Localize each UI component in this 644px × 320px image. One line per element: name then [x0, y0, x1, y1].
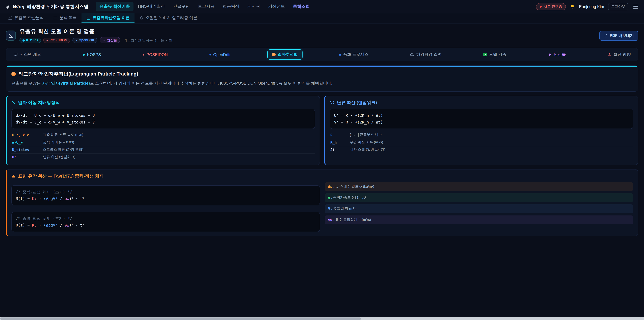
- circle-icon: ●: [76, 39, 77, 42]
- legend-row: Δρ : 유류-해수 밀도차 (kg/m³): [325, 182, 633, 191]
- legend-row: U' 난류 확산 (랜덤워크): [12, 153, 315, 161]
- nav-item-board[interactable]: 게시판: [244, 2, 264, 12]
- fay-gravity-inertial-code: /* 중력-관성 체제 (초기) */ R(t) = K₁ · (ΔρgV² /…: [12, 185, 320, 206]
- model-badge-row: ◆ KOSPS ● POSEIDON ● OpenDrift 앙상블: [20, 37, 172, 43]
- section-pill-particle-tracking[interactable]: 입자추적법: [267, 49, 302, 60]
- bolt-icon: [102, 39, 106, 42]
- tab-oilfence-algorithm-theory[interactable]: 오일펜스 배치 알고리즘 이론: [134, 14, 202, 23]
- section-pill-ensemble[interactable]: 앙상블: [543, 49, 570, 60]
- page-icon: [6, 31, 16, 41]
- diamond-icon: ◆: [22, 39, 25, 42]
- scrollbar-thumb[interactable]: [0, 317, 361, 320]
- system-title: 해양환경 위기대응 통합시스템: [27, 4, 88, 10]
- nav-item-integrated-search[interactable]: 통합조회: [289, 2, 314, 12]
- main-navigation: 유출유 확산예측 HNS·대기확산 긴급구난 보고자료 항공탐색 게시판 기상정…: [96, 2, 314, 12]
- governing-card-title: 입자 이동 지배방정식: [12, 100, 315, 106]
- bolt-icon: [548, 53, 552, 57]
- legend-row: U_stokes 스토크스 표류 (파랑 영향): [12, 146, 315, 153]
- logo-text: Wing: [13, 4, 25, 9]
- legend-row: V : 유출 체적 (m³): [325, 204, 633, 213]
- section-pill-poseidon[interactable]: ● POSEIDON: [138, 50, 172, 59]
- diamond-icon: ◆: [82, 53, 85, 56]
- fay-formula-1: R(t) = K₁ · (ΔρgV² / ρw)¼ · t½: [16, 195, 316, 202]
- equation-cards-row: 입자 이동 지배방정식 dx/dt = U_c + α·U_w + U_stok…: [6, 96, 638, 165]
- fay-gravity-viscous-code: /* 중력-점성 체제 (후기) */ R(t) = K₂ · (ΔρgV² /…: [12, 212, 320, 232]
- fay-legend-column: Δρ : 유류-해수 밀도차 (kg/m³) g : 중력가속도 9.81 m/…: [325, 182, 633, 232]
- lagrangian-section-title: 라그랑지안 입자추적법(Lagrangian Particle Tracking…: [12, 71, 632, 77]
- document-icon: [604, 34, 608, 38]
- legend-row: α·U_w 풍력 기여 (α ≈ 0.03): [12, 139, 315, 146]
- set-square-icon: [12, 100, 16, 105]
- bar-chart-icon: [12, 174, 16, 178]
- wing-logo-icon: [5, 4, 10, 10]
- badge-poseidon: ● POSEIDON: [43, 38, 70, 43]
- set-square-icon: [86, 16, 90, 20]
- notification-bell-icon[interactable]: [570, 4, 575, 9]
- menu-icon[interactable]: [632, 4, 639, 10]
- page-title: 유출유 확산 모델 이론 및 검증: [20, 28, 172, 35]
- top-navigation-bar: Wing 해양환경 위기대응 통합시스템 유출유 확산예측 HNS·대기확산 긴…: [0, 0, 644, 14]
- legend-row: R [-1, 1] 균등분포 난수: [330, 132, 633, 139]
- virtual-particle-highlight: 가상 입자(Virtual Particle): [42, 81, 90, 86]
- brand-logo[interactable]: Wing 해양환경 위기대응 통합시스템: [5, 4, 88, 10]
- circle-icon: ●: [142, 53, 144, 56]
- spiral-icon: [330, 100, 334, 105]
- section-pill-future-direction[interactable]: 발전 방향: [602, 49, 635, 60]
- orange-dot-icon: [12, 72, 16, 76]
- nav-item-weather-info[interactable]: 기상정보: [264, 2, 289, 12]
- incident-status-badge[interactable]: 사고 진행중: [536, 3, 566, 10]
- page-subtitle: 라그랑지안 입자추적 이론 기반: [124, 38, 172, 43]
- fay-formula-column: /* 중력-관성 체제 (초기) */ R(t) = K₁ · (ΔρgV² /…: [12, 182, 320, 232]
- nav-item-hns-atmospheric[interactable]: HNS·대기확산: [134, 2, 169, 12]
- topbar-right-controls: 사고 진행중 Eunjeong Kim 로그아웃: [536, 3, 639, 10]
- section-pill-marine-environment-input[interactable]: 해양환경 입력: [405, 49, 446, 60]
- legend-row: νw : 해수 동점성계수 (m²/s): [325, 215, 633, 224]
- list-icon: [53, 16, 58, 20]
- orange-dot-icon: [272, 53, 276, 56]
- droplet-icon: [139, 16, 144, 20]
- horizontal-scrollbar[interactable]: [0, 317, 644, 320]
- random-walk-code: U' = R · √(2K_h / Δt) V' = R · √(2K_h / …: [330, 109, 633, 129]
- legend-row: g : 중력가속도 9.81 m/s²: [325, 193, 633, 202]
- line-chart-icon: [8, 16, 12, 20]
- legend-row: U_c, V_c 표층 해류·조류 속도 (m/s): [12, 132, 315, 139]
- tab-spill-analysis[interactable]: 유출유 확산분석: [3, 14, 48, 23]
- sub-tab-bar: 유출유 확산분석 분석 목록 유출유확산모델 이론 오일펜스 배치 알고리즘 이…: [0, 14, 644, 24]
- circle-icon: ●: [46, 39, 48, 42]
- section-pill-model-validation[interactable]: 모델 검증: [478, 49, 511, 60]
- section-pill-kosps[interactable]: ◆ KOSPS: [78, 50, 106, 59]
- badge-kosps: ◆ KOSPS: [20, 38, 41, 43]
- square-icon: ■: [339, 53, 341, 56]
- badge-opendrift: ● OpenDrift: [72, 38, 97, 43]
- section-pill-opendrift[interactable]: ● OpenDrift: [204, 50, 235, 59]
- lagrangian-description: 유출유를 수많은 가상 입자(Virtual Particle)로 표현하여, …: [12, 80, 632, 86]
- tab-diffusion-model-theory[interactable]: 유출유확산모델 이론: [81, 14, 134, 23]
- governing-equation-code: dx/dt = U_c + α·U_w + U_stokes + U' dy/d…: [12, 109, 315, 129]
- badge-ensemble: 앙상블: [100, 37, 120, 43]
- tab-analysis-list[interactable]: 분석 목록: [48, 14, 82, 23]
- random-walk-card-title: 난류 확산 (랜덤워크): [330, 100, 633, 106]
- section-pill-system-overview[interactable]: 시스템 개요: [9, 49, 46, 60]
- incident-dot-icon: [540, 6, 542, 8]
- random-walk-legend: R [-1, 1] 균등분포 난수 K_h 수평 확산 계수 (m²/s) Δt…: [330, 132, 633, 153]
- circle-icon: ●: [209, 53, 211, 56]
- section-navigation: 시스템 개요 ◆ KOSPS ● POSEIDON ● OpenDrift 입자…: [6, 48, 638, 61]
- nav-item-oil-spill-prediction[interactable]: 유출유 확산예측: [96, 2, 134, 12]
- governing-legend: U_c, V_c 표층 해류·조류 속도 (m/s) α·U_w 풍력 기여 (…: [12, 132, 315, 161]
- incident-badge-label: 사고 진행중: [544, 4, 562, 9]
- legend-row: K_h 수평 확산 계수 (m²/s): [330, 139, 633, 146]
- page-header: 유출유 확산 모델 이론 및 검증 ◆ KOSPS ● POSEIDON ● O…: [0, 24, 644, 46]
- check-square-icon: [483, 53, 487, 57]
- legend-row: Δt 시간 스텝 (일반 1시간): [330, 146, 633, 153]
- fay-formula-2: R(t) = K₂ · (ΔρgV² / νw)⅙ · t¼: [16, 222, 316, 228]
- nav-item-aerial-search[interactable]: 항공탐색: [219, 2, 243, 12]
- section-pill-weathering-process[interactable]: ■ 풍화 프로세스: [334, 49, 373, 60]
- monitor-icon: [14, 52, 18, 57]
- random-walk-card: 난류 확산 (랜덤워크) U' = R · √(2K_h / Δt) V' = …: [324, 96, 638, 165]
- logout-button[interactable]: 로그아웃: [608, 3, 628, 10]
- nav-item-emergency-rescue[interactable]: 긴급구난: [170, 2, 194, 12]
- nav-item-reports[interactable]: 보고자료: [194, 2, 218, 12]
- lagrangian-section: 라그랑지안 입자추적법(Lagrangian Particle Tracking…: [6, 66, 638, 92]
- pdf-export-button[interactable]: PDF 내보내기: [600, 31, 638, 41]
- set-square-icon: [8, 33, 14, 38]
